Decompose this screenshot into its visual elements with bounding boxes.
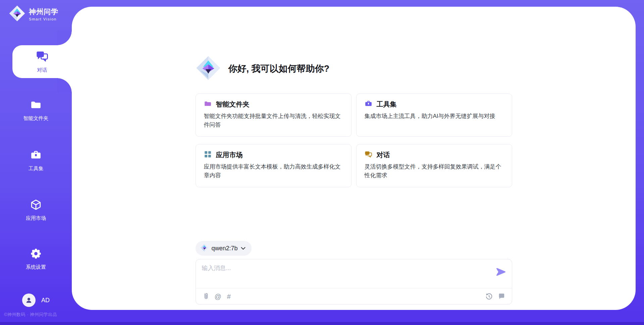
model-selector[interactable]: qwen2:7b [196,241,252,256]
message-composer: @ # [196,259,512,305]
card-chat[interactable]: 对话 灵活切换多模型文件，支持多样回复效果调试，满足个性化需求 [356,144,512,187]
chevron-down-icon [241,247,246,250]
sidebar-item-label: 智能文件夹 [23,115,49,122]
greeting-header: 你好, 我可以如何帮助你? [196,55,512,82]
composer-toolbar: @ # [196,288,512,304]
app-title: 神州问学 [29,7,58,16]
diamond-logo-icon [9,5,25,23]
model-name: qwen2:7b [212,245,238,252]
sidebar-item-app-market[interactable]: 应用市场 [0,199,72,221]
sidebar: 神州问学 Smart Vision 对话 智能文件夹 工具集 应用市场 系统设置 [0,0,72,325]
card-description: 集成市场上主流工具，助力AI与外界无缝扩展与对接 [365,112,504,121]
sidebar-item-settings[interactable]: 系统设置 [0,248,72,270]
at-icon[interactable]: @ [215,293,221,300]
sidebar-item-label: 系统设置 [26,264,46,270]
message-input[interactable] [202,264,490,286]
sidebar-item-label: 对话 [37,67,47,73]
card-title: 对话 [377,150,390,159]
card-toolset[interactable]: 工具集 集成市场上主流工具，助力AI与外界无缝扩展与对接 [356,93,512,137]
chat-bubbles-icon [365,150,372,159]
card-description: 灵活切换多模型文件，支持多样回复效果调试，满足个性化需求 [365,162,504,180]
card-title: 应用市场 [216,150,243,159]
sidebar-item-toolset[interactable]: 工具集 [0,149,72,172]
card-title: 工具集 [377,100,397,109]
send-button[interactable] [496,267,506,277]
sidebar-item-label: 应用市场 [26,215,46,221]
tab-fillet-top [57,30,72,45]
sidebar-item-chat[interactable]: 对话 [12,45,72,78]
user-initials: AD [41,297,50,304]
copyright-footer: ©神州数码 · 神州问学出品 [4,312,57,318]
card-description: 应用市场提供丰富长文本模板，助力高效生成多样化文章内容 [204,162,343,180]
apps-grid-icon [204,150,212,159]
hash-icon[interactable]: # [227,293,231,300]
app-logo: 神州问学 Smart Vision [9,5,58,23]
folder-icon [204,100,212,109]
diamond-logo-icon [196,55,221,82]
avatar [22,294,36,307]
send-icon [496,267,506,276]
app-subtitle: Smart Vision [29,17,58,21]
sidebar-item-smart-folder[interactable]: 智能文件夹 [0,99,72,122]
user-account[interactable]: AD [0,294,72,307]
tab-fillet-bottom [57,78,72,93]
main-content-panel: 你好, 我可以如何帮助你? 智能文件夹 智能文件夹功能支持批量文件上传与清洗，轻… [72,7,636,310]
folder-icon [30,99,42,112]
feedback-bubble-icon[interactable] [498,293,505,300]
toolbox-icon [365,100,372,109]
card-title: 智能文件夹 [216,100,250,109]
diamond-logo-icon [200,244,209,253]
card-smart-folder[interactable]: 智能文件夹 智能文件夹功能支持批量文件上传与清洗，轻松实现文件问答 [196,93,352,137]
chat-bubbles-icon [36,50,49,64]
paperclip-icon[interactable] [203,292,209,300]
history-icon[interactable] [485,293,493,300]
window-bottom-edge [0,322,644,325]
card-app-market[interactable]: 应用市场 应用市场提供丰富长文本模板，助力高效生成多样化文章内容 [196,144,352,187]
cube-icon [30,199,42,212]
toolbox-icon [30,149,42,162]
greeting-title: 你好, 我可以如何帮助你? [228,63,330,75]
feature-cards: 智能文件夹 智能文件夹功能支持批量文件上传与清洗，轻松实现文件问答 工具集 集成… [196,93,512,187]
card-description: 智能文件夹功能支持批量文件上传与清洗，轻松实现文件问答 [204,112,343,129]
gear-icon [30,248,42,261]
person-icon [25,297,33,304]
sidebar-item-label: 工具集 [29,166,44,172]
